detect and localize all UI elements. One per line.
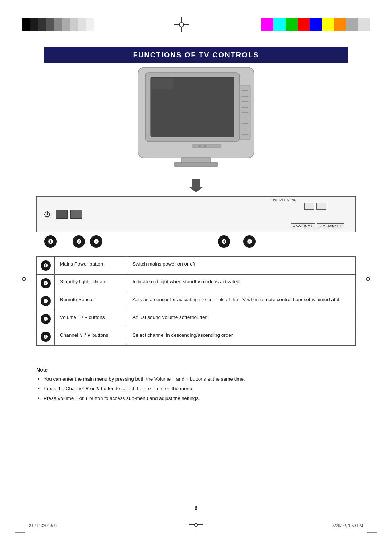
row-number-badge: ❺ xyxy=(41,332,51,342)
ctrl-rect-2 xyxy=(70,210,82,219)
top-crosshair xyxy=(174,17,189,32)
circle-2: ❷ xyxy=(73,235,85,248)
circle-3: ❸ xyxy=(90,235,102,248)
footer-left: 21PT1320/p5-9 xyxy=(29,523,57,528)
circle-1: ❶ xyxy=(44,235,57,248)
vol-chan-area: – VOLUME + ∨ CHANNEL ∧ xyxy=(291,223,344,229)
top-bar-area xyxy=(22,17,370,32)
note-item: Press Volume − or + button to access sub… xyxy=(36,395,356,402)
numbered-circles-row: ❶ ❷ ❸ ❹ ❺ xyxy=(36,235,356,254)
row-number-badge: ❶ xyxy=(41,260,51,271)
row-description: Select channel in descending/ascending o… xyxy=(127,328,356,346)
svg-rect-5 xyxy=(174,162,218,167)
row-label: Channel ∨ / ∧ buttons xyxy=(55,328,127,346)
table-row: ❹Volume + / – buttonsAdjust sound volume… xyxy=(37,310,356,328)
volume-label: – VOLUME + xyxy=(291,223,315,229)
table-row: ❶Mains Power buttonSwitch mains power on… xyxy=(37,257,356,275)
info-table: ❶Mains Power buttonSwitch mains power on… xyxy=(36,256,356,346)
note-title: Note xyxy=(36,367,356,373)
title-bar: FUNCTIONS OF TV CONTROLS xyxy=(44,47,348,63)
note-section: Note You can enter the main menu by pres… xyxy=(36,367,356,404)
row-description: Acts as a sensor for activating the cont… xyxy=(127,292,356,310)
circle-4: ❹ xyxy=(218,235,230,248)
grayscale-bar xyxy=(22,18,102,31)
page-number: 9 xyxy=(195,505,198,511)
row-label: Volume + / – buttons xyxy=(55,310,127,328)
row-label: Mains Power button xyxy=(55,257,127,275)
arrow-down xyxy=(189,178,203,194)
svg-point-8 xyxy=(204,145,206,147)
tv-image-area xyxy=(0,62,392,178)
note-item: Press the Channel ∨ or ∧ button to selec… xyxy=(36,385,356,392)
footer-right: 5/29/02, 1:50 PM xyxy=(332,523,363,528)
right-crosshair xyxy=(362,272,375,285)
row-description: Adjust sound volume softer/louder. xyxy=(127,310,356,328)
circle-5: ❺ xyxy=(243,235,256,248)
install-menu-buttons xyxy=(304,203,326,210)
svg-point-7 xyxy=(199,145,201,147)
svg-rect-3 xyxy=(152,78,173,89)
row-description: Switch mains power on or off. xyxy=(127,257,356,275)
install-btn-2 xyxy=(316,203,326,210)
crosshair-circle xyxy=(179,22,184,27)
note-list: You can enter the main menu by pressing … xyxy=(36,376,356,402)
row-number-badge: ❷ xyxy=(41,278,51,288)
footer-crosshair xyxy=(191,519,201,530)
power-icon: ⏻ xyxy=(44,211,50,218)
left-crosshair xyxy=(17,272,30,285)
svg-marker-19 xyxy=(189,179,203,193)
ctrl-rect-1 xyxy=(56,210,68,219)
tv-illustration xyxy=(127,62,265,178)
install-menu-label: – INSTALL MENU – xyxy=(270,198,299,202)
border-corner-bl xyxy=(15,511,25,533)
control-buttons xyxy=(56,210,82,219)
control-panel-diagram: ⏻ – INSTALL MENU – – VOLUME + ∨ CHANNEL … xyxy=(36,196,356,232)
border-corner-br xyxy=(367,511,377,533)
row-number-badge: ❸ xyxy=(41,296,51,306)
row-label: Standby light indicator xyxy=(55,275,127,292)
table-row: ❷Standby light indicatorIndicate red lig… xyxy=(37,275,356,292)
row-label: Remote Sensor xyxy=(55,292,127,310)
page-title: FUNCTIONS OF TV CONTROLS xyxy=(133,51,259,59)
row-number-badge: ❹ xyxy=(41,314,51,324)
row-description: Indicate red light when standby mode is … xyxy=(127,275,356,292)
table-row: ❸Remote SensorActs as a sensor for activ… xyxy=(37,292,356,310)
channel-label: ∨ CHANNEL ∧ xyxy=(317,223,344,229)
table-row: ❺Channel ∨ / ∧ buttonsSelect channel in … xyxy=(37,328,356,346)
color-bar xyxy=(261,18,370,31)
note-item: You can enter the main menu by pressing … xyxy=(36,376,356,383)
svg-rect-6 xyxy=(192,144,221,148)
install-btn-1 xyxy=(304,203,314,210)
